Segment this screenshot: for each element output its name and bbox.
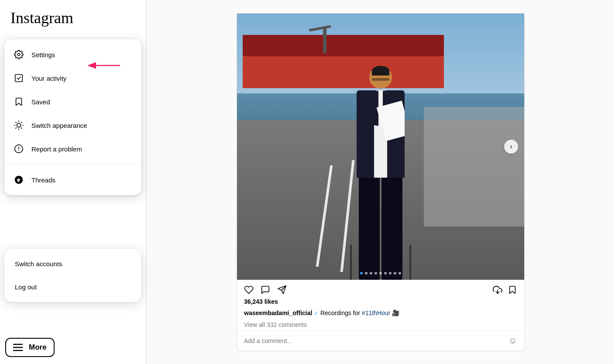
switch-accounts-item[interactable]: Switch accounts [4,252,141,275]
menu-item-threads[interactable]: Threads [4,168,141,192]
report-icon [13,143,24,155]
save-button[interactable] [508,285,517,295]
menu-section-2: Threads [4,165,141,195]
your-activity-label: Your activity [31,75,66,82]
svg-line-9 [16,128,16,128]
instagram-logo: Instagram [10,9,73,27]
settings-label: Settings [31,51,55,58]
menu-item-settings[interactable]: Settings [4,43,141,66]
hamburger-icon [13,343,23,351]
person-head [369,66,392,89]
share-button[interactable] [277,285,287,295]
next-image-button[interactable]: › [504,140,518,154]
emoji-camera: 🎥 [392,309,399,316]
dot-9 [399,272,401,275]
person-body [357,90,405,178]
logo-area: Instagram [0,0,146,34]
activity-icon [13,72,24,84]
add-comment-placeholder[interactable]: Add a comment... [244,337,292,344]
gear-icon [13,49,24,60]
switch-appearance-label: Switch appearance [31,122,87,129]
caption-text: Recordings for [320,309,360,316]
hashtag-link[interactable]: #11thHour [362,309,390,316]
chair-leg-1 [350,245,352,280]
menu-item-switch-appearance[interactable]: Switch appearance [4,113,141,137]
ship-upper [243,35,444,56]
menu-item-your-activity[interactable]: Your activity [4,66,141,90]
dot-2 [365,272,368,275]
add-comment-row: Add a comment... ☺ [237,330,524,351]
post-actions [237,280,524,296]
actions-right [493,285,517,295]
dot-5 [379,272,382,275]
verified-badge: ✓ [314,310,320,316]
fence-bg [424,107,524,227]
menu-section-1: Settings Your activity Saved [4,39,141,165]
svg-line-10 [21,122,22,123]
threads-label: Threads [31,176,55,184]
post-caption: waseembadami_official ✓ Recordings for #… [237,307,524,319]
more-button[interactable]: More [5,338,55,357]
menu-item-report-problem[interactable]: Report a problem [4,137,141,161]
dot-7 [389,272,392,275]
dropdown-menu: Settings Your activity Saved [4,39,141,195]
dot-6 [384,272,387,275]
sun-icon [13,120,24,131]
chair-leg-2 [409,245,411,280]
more-label: More [29,343,47,352]
dot-8 [394,272,396,275]
comment-button[interactable] [261,285,270,295]
svg-point-2 [17,123,21,127]
post-card: › [237,13,525,351]
svg-line-5 [16,122,16,123]
menu-item-saved[interactable]: Saved [4,90,141,113]
like-button[interactable] [244,285,254,295]
image-dots [360,272,401,275]
main-content: › [146,0,615,364]
report-problem-label: Report a problem [31,145,82,153]
post-image [237,14,524,280]
post-likes: 36,243 likes [237,296,524,307]
bookmark-icon [13,96,24,107]
dot-4 [374,272,377,275]
sidebar: Instagram Settings [0,0,146,364]
dot-1 [360,272,363,275]
threads-icon [13,174,24,185]
log-out-item[interactable]: Log out [4,275,141,299]
saved-label: Saved [31,98,50,106]
post-image-container: › [237,14,524,280]
svg-point-0 [17,53,20,56]
emoji-picker-button[interactable]: ☺ [508,336,517,346]
svg-rect-1 [15,75,23,82]
dot-3 [370,272,372,275]
download-button[interactable] [493,285,502,295]
svg-line-6 [21,128,22,128]
person-legs [359,178,402,280]
person-figure [341,62,420,280]
actions-left [244,285,287,295]
post-username[interactable]: waseembadami_official [244,309,312,316]
standalone-items: Switch accounts Log out [4,249,141,302]
crane-mast [323,27,326,53]
view-comments[interactable]: View all 332 comments [237,319,524,330]
